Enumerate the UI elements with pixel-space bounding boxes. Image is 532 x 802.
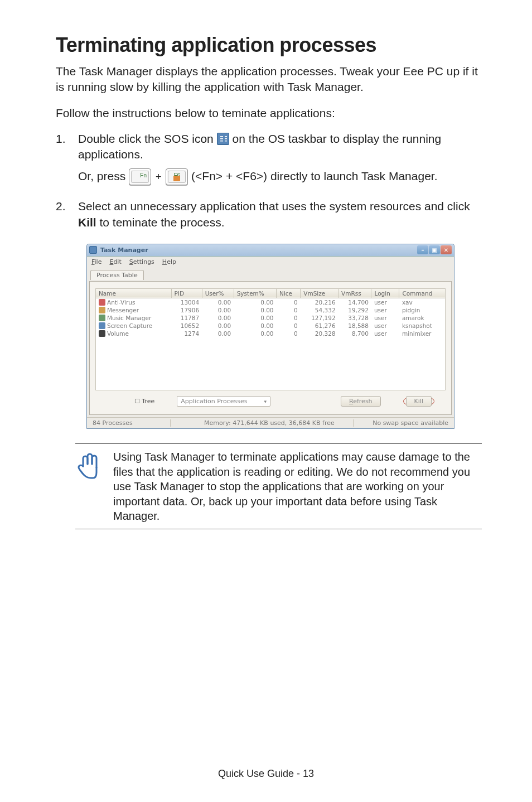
col-nice[interactable]: Nice — [277, 288, 301, 298]
col-login[interactable]: Login — [371, 288, 399, 298]
window-icon — [89, 246, 97, 254]
table-row[interactable]: Messenger179060.000.00054,33219,292userp… — [96, 306, 446, 314]
menu-help[interactable]: Help — [162, 258, 176, 265]
kill-bold: Kill — [78, 216, 96, 229]
status-bar: 84 Processes Memory: 471,644 KB used, 36… — [87, 417, 454, 428]
menubar: File Edit Settings Help — [87, 257, 454, 268]
status-memory: Memory: 471,644 KB used, 36,684 KB free — [171, 419, 354, 427]
close-button[interactable]: ✕ — [441, 245, 452, 254]
step-2-text-b: to teminate the process. — [96, 216, 225, 229]
tree-checkbox[interactable]: ☐ Tree — [134, 398, 154, 405]
key-f6: F6 — [166, 168, 188, 185]
process-panel: Name PID User% System% Nice VmSize VmRss… — [89, 281, 452, 416]
step-1-number: 1. — [56, 131, 78, 191]
col-pid[interactable]: PID — [171, 288, 202, 298]
col-name[interactable]: Name — [96, 288, 172, 298]
col-vmrss[interactable]: VmRss — [338, 288, 371, 298]
window-title: Task Manager — [100, 247, 148, 254]
note-box: Using Task Manager to terminate applicat… — [75, 443, 482, 529]
step-2: 2. Select an unnecessary application tha… — [56, 199, 482, 236]
plus-sign: + — [156, 171, 162, 182]
step-1-launch-text: (<Fn> + <F6>) directly to launch Task Ma… — [191, 170, 437, 182]
maximize-button[interactable]: ▣ — [429, 245, 440, 254]
col-command[interactable]: Command — [399, 288, 446, 298]
menu-edit[interactable]: Edit — [109, 258, 121, 265]
intro-paragraph: The Task Manager displays the applicatio… — [56, 64, 482, 95]
application-processes-dropdown[interactable]: Application Processes — [177, 396, 270, 407]
step-2-number: 2. — [56, 199, 78, 236]
page-heading: Terminating application processes — [56, 33, 482, 57]
note-text: Using Task Manager to terminate applicat… — [113, 450, 477, 523]
refresh-button[interactable]: Refresh — [341, 396, 381, 407]
table-row[interactable]: Volume12740.000.00020,3288,700userminimi… — [96, 330, 446, 337]
col-user[interactable]: User% — [202, 288, 234, 298]
kill-button[interactable]: Kill — [406, 396, 432, 407]
table-row[interactable]: Screen Capture106520.000.00061,27618,588… — [96, 322, 446, 330]
process-table: Name PID User% System% Nice VmSize VmRss… — [95, 288, 446, 391]
step-1-or-press: Or, press — [78, 170, 129, 182]
status-process-count: 84 Processes — [93, 419, 171, 427]
step-2-text-a: Select an unnecessary application that u… — [78, 200, 470, 212]
tab-process-table[interactable]: Process Table — [90, 270, 144, 280]
instructions-lead: Follow the instructions below to teminat… — [56, 105, 482, 121]
status-swap: No swap space available — [354, 419, 448, 427]
key-fn: Fn — [129, 168, 151, 185]
menu-settings[interactable]: Settings — [129, 258, 154, 265]
table-header-row: Name PID User% System% Nice VmSize VmRss… — [96, 288, 446, 298]
step-1: 1. Double click the SOS icon on the OS t… — [56, 131, 482, 191]
step-1-text-a: Double click the SOS icon — [78, 132, 217, 145]
kill-highlight-circle: Kill — [403, 396, 434, 407]
task-manager-window: Task Manager – ▣ ✕ File Edit Settings He… — [86, 244, 454, 429]
col-system[interactable]: System% — [234, 288, 276, 298]
col-vmsize[interactable]: VmSize — [301, 288, 338, 298]
menu-file[interactable]: File — [91, 258, 101, 265]
table-row[interactable]: Anti-Virus130040.000.00020,21614,700user… — [96, 298, 446, 306]
sos-icon — [217, 133, 229, 145]
titlebar[interactable]: Task Manager – ▣ ✕ — [87, 244, 454, 257]
note-hand-icon — [75, 450, 102, 483]
table-row[interactable]: Music Manager117870.000.000127,19233,728… — [96, 314, 446, 322]
page-footer: Quick Use Guide - 13 — [0, 768, 532, 780]
minimize-button[interactable]: – — [417, 245, 428, 254]
